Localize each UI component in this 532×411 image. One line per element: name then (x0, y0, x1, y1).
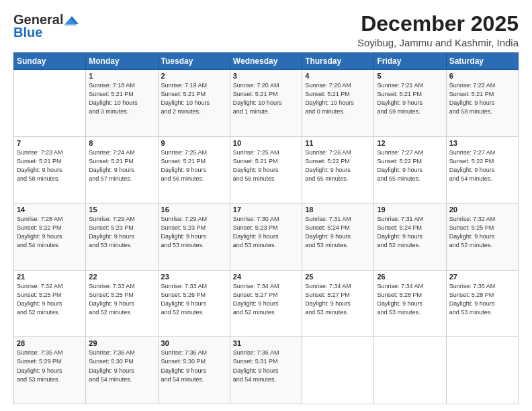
day-number: 30 (161, 339, 227, 347)
header: General Blue December 2025 Soyibug, Jamm… (13, 12, 519, 48)
title-block: December 2025 Soyibug, Jammu and Kashmir… (357, 12, 519, 48)
day-number: 24 (233, 273, 299, 281)
calendar-header: SundayMondayTuesdayWednesdayThursdayFrid… (14, 53, 519, 70)
week-row-4: 28Sunrise: 7:35 AMSunset: 5:29 PMDayligh… (14, 337, 519, 404)
cell-info: Sunrise: 7:27 AMSunset: 5:22 PMDaylight:… (377, 148, 443, 183)
calendar-cell: 4Sunrise: 7:20 AMSunset: 5:21 PMDaylight… (302, 70, 374, 137)
calendar-cell: 12Sunrise: 7:27 AMSunset: 5:22 PMDayligh… (374, 136, 446, 203)
cell-info: Sunrise: 7:34 AMSunset: 5:27 PMDaylight:… (233, 282, 299, 317)
day-number: 21 (17, 273, 83, 281)
cell-info: Sunrise: 7:25 AMSunset: 5:21 PMDaylight:… (233, 148, 299, 183)
calendar-cell (446, 337, 518, 404)
day-number: 26 (377, 273, 443, 281)
page: General Blue December 2025 Soyibug, Jamm… (0, 0, 532, 411)
calendar-cell: 3Sunrise: 7:20 AMSunset: 5:21 PMDaylight… (230, 70, 302, 137)
day-number: 4 (305, 72, 371, 80)
calendar-cell: 19Sunrise: 7:31 AMSunset: 5:24 PMDayligh… (374, 203, 446, 271)
calendar-cell: 1Sunrise: 7:18 AMSunset: 5:21 PMDaylight… (86, 70, 158, 137)
logo-icon (64, 15, 79, 26)
calendar-cell (374, 337, 446, 404)
calendar-cell: 31Sunrise: 7:36 AMSunset: 5:31 PMDayligh… (230, 337, 302, 404)
cell-info: Sunrise: 7:32 AMSunset: 5:25 PMDaylight:… (17, 282, 83, 317)
day-number: 19 (377, 205, 443, 214)
col-header-thursday: Thursday (302, 53, 374, 70)
day-number: 10 (233, 139, 299, 147)
cell-info: Sunrise: 7:36 AMSunset: 5:30 PMDaylight:… (161, 349, 227, 383)
calendar-cell: 20Sunrise: 7:32 AMSunset: 5:25 PMDayligh… (446, 203, 518, 271)
cell-info: Sunrise: 7:25 AMSunset: 5:21 PMDaylight:… (161, 148, 227, 183)
cell-info: Sunrise: 7:32 AMSunset: 5:25 PMDaylight:… (449, 215, 515, 250)
calendar-cell: 9Sunrise: 7:25 AMSunset: 5:21 PMDaylight… (158, 136, 230, 203)
calendar-cell: 25Sunrise: 7:34 AMSunset: 5:27 PMDayligh… (302, 270, 374, 337)
calendar-cell: 18Sunrise: 7:31 AMSunset: 5:24 PMDayligh… (302, 203, 374, 271)
day-number: 28 (17, 339, 83, 347)
calendar-cell: 16Sunrise: 7:29 AMSunset: 5:23 PMDayligh… (158, 203, 230, 271)
day-number: 31 (233, 339, 299, 347)
col-header-friday: Friday (374, 53, 446, 70)
calendar-cell: 30Sunrise: 7:36 AMSunset: 5:30 PMDayligh… (158, 337, 230, 404)
calendar-cell: 11Sunrise: 7:26 AMSunset: 5:22 PMDayligh… (302, 136, 374, 203)
calendar-cell: 28Sunrise: 7:35 AMSunset: 5:29 PMDayligh… (14, 337, 86, 404)
cell-info: Sunrise: 7:34 AMSunset: 5:27 PMDaylight:… (305, 282, 371, 317)
cell-info: Sunrise: 7:20 AMSunset: 5:21 PMDaylight:… (233, 81, 299, 116)
day-number: 29 (89, 339, 154, 347)
day-number: 12 (377, 139, 443, 147)
cell-info: Sunrise: 7:31 AMSunset: 5:24 PMDaylight:… (305, 215, 371, 250)
calendar-cell: 24Sunrise: 7:34 AMSunset: 5:27 PMDayligh… (230, 270, 302, 337)
calendar-cell: 27Sunrise: 7:35 AMSunset: 5:28 PMDayligh… (446, 270, 518, 337)
col-header-monday: Monday (86, 53, 158, 70)
day-number: 2 (161, 72, 227, 80)
col-header-sunday: Sunday (14, 53, 86, 70)
logo-blue: Blue (13, 25, 42, 40)
cell-info: Sunrise: 7:29 AMSunset: 5:23 PMDaylight:… (161, 215, 227, 250)
calendar-cell: 17Sunrise: 7:30 AMSunset: 5:23 PMDayligh… (230, 203, 302, 271)
cell-info: Sunrise: 7:28 AMSunset: 5:22 PMDaylight:… (17, 215, 83, 250)
day-number: 25 (305, 273, 371, 281)
calendar-body: 1Sunrise: 7:18 AMSunset: 5:21 PMDaylight… (14, 70, 519, 404)
day-number: 27 (449, 273, 515, 281)
calendar-cell: 15Sunrise: 7:29 AMSunset: 5:23 PMDayligh… (86, 203, 158, 271)
cell-info: Sunrise: 7:34 AMSunset: 5:28 PMDaylight:… (377, 282, 443, 317)
week-row-1: 7Sunrise: 7:23 AMSunset: 5:21 PMDaylight… (14, 136, 519, 203)
calendar-cell: 26Sunrise: 7:34 AMSunset: 5:28 PMDayligh… (374, 270, 446, 337)
location: Soyibug, Jammu and Kashmir, India (357, 37, 519, 48)
cell-info: Sunrise: 7:30 AMSunset: 5:23 PMDaylight:… (233, 215, 299, 250)
day-number: 13 (449, 139, 515, 147)
day-number: 23 (161, 273, 227, 281)
calendar-cell (302, 337, 374, 404)
cell-info: Sunrise: 7:35 AMSunset: 5:28 PMDaylight:… (449, 282, 515, 317)
col-header-tuesday: Tuesday (158, 53, 230, 70)
day-number: 8 (89, 139, 154, 147)
cell-info: Sunrise: 7:23 AMSunset: 5:21 PMDaylight:… (17, 148, 83, 183)
cell-info: Sunrise: 7:36 AMSunset: 5:31 PMDaylight:… (233, 349, 299, 383)
day-number: 22 (89, 273, 154, 281)
month-title: December 2025 (357, 12, 519, 36)
day-number: 14 (17, 205, 83, 214)
calendar-cell: 8Sunrise: 7:24 AMSunset: 5:21 PMDaylight… (86, 136, 158, 203)
cell-info: Sunrise: 7:29 AMSunset: 5:23 PMDaylight:… (89, 215, 154, 250)
day-number: 11 (305, 139, 371, 147)
day-number: 1 (89, 72, 154, 80)
cell-info: Sunrise: 7:36 AMSunset: 5:30 PMDaylight:… (89, 349, 154, 383)
day-number: 16 (161, 205, 227, 214)
day-number: 18 (305, 205, 371, 214)
calendar-cell: 5Sunrise: 7:21 AMSunset: 5:21 PMDaylight… (374, 70, 446, 137)
calendar-cell: 29Sunrise: 7:36 AMSunset: 5:30 PMDayligh… (86, 337, 158, 404)
day-number: 5 (377, 72, 443, 80)
calendar-cell: 22Sunrise: 7:33 AMSunset: 5:25 PMDayligh… (86, 270, 158, 337)
day-number: 9 (161, 139, 227, 147)
calendar-table: SundayMondayTuesdayWednesdayThursdayFrid… (13, 52, 519, 404)
cell-info: Sunrise: 7:20 AMSunset: 5:21 PMDaylight:… (305, 81, 371, 116)
calendar-cell: 21Sunrise: 7:32 AMSunset: 5:25 PMDayligh… (14, 270, 86, 337)
cell-info: Sunrise: 7:26 AMSunset: 5:22 PMDaylight:… (305, 148, 371, 183)
day-number: 3 (233, 72, 299, 80)
calendar-cell (14, 70, 86, 137)
cell-info: Sunrise: 7:33 AMSunset: 5:26 PMDaylight:… (161, 282, 227, 317)
col-header-saturday: Saturday (446, 53, 518, 70)
cell-info: Sunrise: 7:31 AMSunset: 5:24 PMDaylight:… (377, 215, 443, 250)
cell-info: Sunrise: 7:21 AMSunset: 5:21 PMDaylight:… (377, 81, 443, 116)
cell-info: Sunrise: 7:27 AMSunset: 5:22 PMDaylight:… (449, 148, 515, 183)
cell-info: Sunrise: 7:18 AMSunset: 5:21 PMDaylight:… (89, 81, 154, 116)
calendar-cell: 23Sunrise: 7:33 AMSunset: 5:26 PMDayligh… (158, 270, 230, 337)
day-number: 15 (89, 205, 154, 214)
